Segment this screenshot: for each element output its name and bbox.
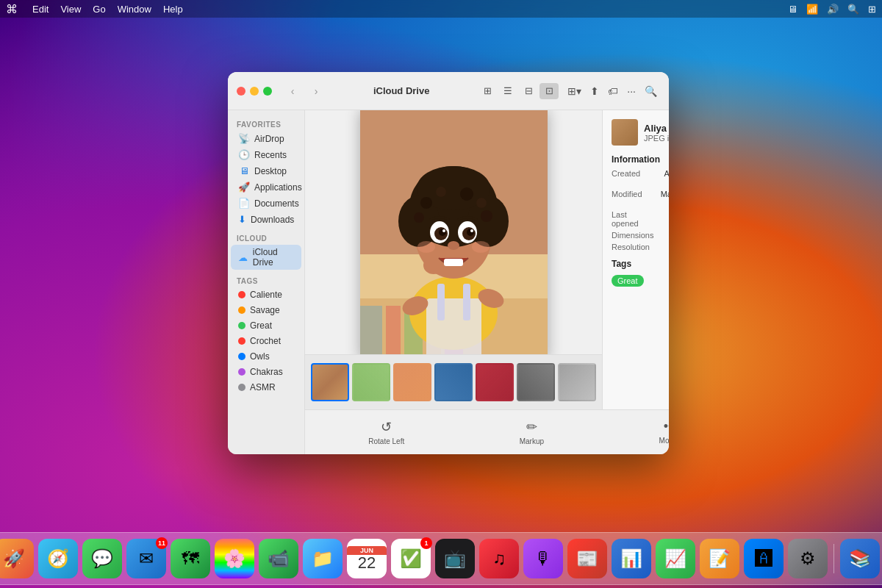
- info-actions: ↺ Rotate Left ✏ Markup ••• More...: [305, 409, 669, 454]
- minimize-button[interactable]: [250, 87, 259, 96]
- sidebar-item-downloads[interactable]: ⬇ Downloads: [231, 212, 301, 227]
- airdrop-icon: 📡: [238, 133, 250, 144]
- dock-calendar[interactable]: JUN 22: [347, 539, 387, 578]
- back-button[interactable]: ‹: [284, 82, 301, 100]
- svg-point-37: [417, 241, 435, 253]
- dock-files[interactable]: 📁: [303, 539, 343, 578]
- sidebar-tag-great[interactable]: Great: [231, 318, 301, 333]
- dock-safari[interactable]: 🧭: [38, 539, 78, 578]
- markup-button[interactable]: ✏ Markup: [514, 416, 550, 448]
- tags-section-title: Tags: [612, 259, 669, 269]
- sidebar-tag-caliente[interactable]: Caliente: [231, 287, 301, 302]
- dock-appletv[interactable]: 📺: [435, 539, 475, 578]
- sidebar-tag-owls[interactable]: Owls: [231, 349, 301, 364]
- control-center-icon[interactable]: ⊞: [868, 4, 876, 15]
- rotate-left-label: Rotate Left: [368, 437, 404, 445]
- sidebar-item-applications[interactable]: 🚀 Applications: [231, 179, 301, 195]
- sidebar-tag-chakras[interactable]: Chakras: [231, 365, 301, 379]
- sidebar-desktop-label: Desktop: [254, 166, 287, 176]
- thumbnail-6[interactable]: [517, 363, 555, 401]
- sidebar-item-airdrop[interactable]: 📡 AirDrop: [231, 131, 301, 146]
- dock-podcasts[interactable]: 🎙: [523, 539, 563, 578]
- created-row: Created April 8, 2020 at 4:19 PM: [612, 169, 669, 187]
- more-button[interactable]: ···: [624, 84, 639, 98]
- more-icon: •••: [664, 419, 669, 434]
- column-view-button[interactable]: ⊟: [519, 83, 538, 99]
- rotate-left-button[interactable]: ↺ Rotate Left: [362, 416, 410, 448]
- calendar-date: 22: [358, 555, 376, 571]
- menu-go[interactable]: Go: [93, 4, 105, 15]
- svg-point-24: [476, 198, 487, 208]
- icon-view-button[interactable]: ⊞: [478, 83, 497, 99]
- dock-keynote[interactable]: 📊: [612, 539, 651, 578]
- fullscreen-button[interactable]: [263, 87, 272, 96]
- sidebar-tag-asmr[interactable]: ASMR: [231, 380, 301, 395]
- chakras-label: Chakras: [250, 367, 283, 377]
- dock-messages[interactable]: 💬: [82, 539, 122, 578]
- monitor-icon[interactable]: 🖥: [788, 4, 797, 15]
- gallery-view-button[interactable]: ⊡: [539, 83, 559, 99]
- right-panel: Aliya JPEG image · 233 KB Information Sh…: [305, 110, 669, 454]
- search-button[interactable]: 🔍: [642, 84, 660, 98]
- info-panel: Aliya JPEG image · 233 KB Information Sh…: [602, 110, 669, 409]
- close-button[interactable]: [237, 87, 245, 96]
- sidebar-item-documents[interactable]: 📄 Documents: [231, 196, 301, 211]
- more-actions-button[interactable]: ••• More...: [653, 416, 669, 448]
- dock-system-prefs[interactable]: ⚙: [788, 539, 828, 578]
- dock-music[interactable]: ♫: [479, 539, 519, 578]
- sidebar-tag-savage[interactable]: Savage: [231, 303, 301, 318]
- dock-numbers[interactable]: 📈: [656, 539, 695, 578]
- thumbnail-3[interactable]: [393, 363, 431, 401]
- arrange-button[interactable]: ⊞▾: [564, 84, 584, 98]
- thumbnail-1[interactable]: [311, 363, 349, 401]
- share-button[interactable]: ⬆: [587, 84, 602, 98]
- sidebar-item-icloud-drive[interactable]: ☁ iCloud Drive: [231, 245, 301, 270]
- thumbnail-5[interactable]: [476, 363, 514, 401]
- toolbar-actions: ⊞▾ ⬆ 🏷 ··· 🔍: [564, 84, 660, 98]
- dock-facetime[interactable]: 📹: [259, 539, 298, 578]
- thumbnail-2[interactable]: [352, 363, 390, 401]
- dock-mail[interactable]: ✉ 11: [126, 539, 166, 578]
- menu-help[interactable]: Help: [163, 4, 183, 15]
- volume-icon[interactable]: 🔊: [827, 4, 839, 15]
- menu-view[interactable]: View: [60, 4, 81, 15]
- menu-edit[interactable]: Edit: [32, 4, 49, 15]
- last-opened-value: June 11, 2020 at 11:32 AM: [656, 210, 669, 228]
- dock-stack[interactable]: 📚: [840, 539, 880, 578]
- resolution-row: Resolution 72 × 72: [612, 243, 669, 251]
- sidebar-downloads-label: Downloads: [251, 215, 294, 225]
- tag-button[interactable]: 🏷: [605, 84, 621, 98]
- asmr-tag-dot: [238, 384, 245, 391]
- created-value: April 8, 2020 at 4:19 PM: [656, 169, 669, 187]
- dock-divider: [833, 544, 834, 573]
- search-icon[interactable]: 🔍: [847, 4, 859, 15]
- info-filename: Aliya: [644, 123, 669, 134]
- downloads-icon: ⬇: [238, 214, 246, 225]
- svg-point-21: [420, 197, 432, 209]
- info-thumbnail: [612, 119, 638, 146]
- svg-point-32: [467, 229, 474, 236]
- menu-window[interactable]: Window: [118, 4, 151, 15]
- dock-launchpad[interactable]: 🚀: [0, 539, 34, 578]
- svg-point-22: [436, 187, 446, 197]
- finder-toolbar: ‹ › iCloud Drive ⊞ ☰ ⊟ ⊡ ⊞▾ ⬆ 🏷 ··· 🔍: [228, 72, 669, 110]
- dock-reminders[interactable]: ✅ 1: [391, 539, 431, 578]
- dock-photos[interactable]: 🌸: [215, 539, 254, 578]
- dock-pages[interactable]: 📝: [700, 539, 739, 578]
- thumbnail-4[interactable]: [434, 363, 473, 401]
- dock-news[interactable]: 📰: [567, 539, 607, 578]
- forward-button[interactable]: ›: [307, 82, 325, 100]
- thumbnail-7[interactable]: [558, 363, 596, 401]
- dock-maps[interactable]: 🗺: [171, 539, 210, 578]
- sidebar-tag-crochet[interactable]: Crochet: [231, 334, 301, 348]
- apple-menu[interactable]: ⌘: [6, 2, 18, 16]
- traffic-lights: [237, 87, 272, 96]
- wifi-icon[interactable]: 📶: [806, 4, 818, 15]
- dock-appstore[interactable]: 🅰: [744, 539, 784, 578]
- preview-image[interactable]: [360, 110, 548, 354]
- sidebar-item-desktop[interactable]: 🖥 Desktop: [231, 163, 301, 179]
- list-view-button[interactable]: ☰: [498, 83, 517, 99]
- owls-label: Owls: [250, 351, 270, 362]
- great-tag-badge[interactable]: Great: [612, 275, 644, 287]
- sidebar-item-recents[interactable]: 🕒 Recents: [231, 147, 301, 162]
